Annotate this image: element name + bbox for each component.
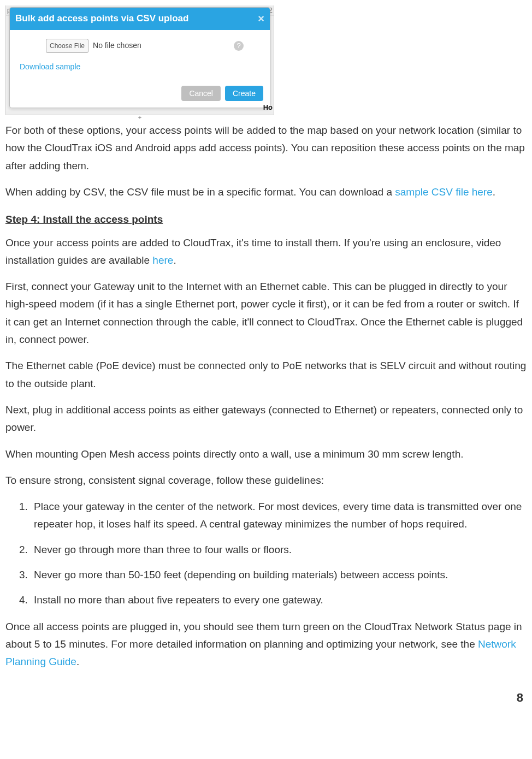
- page-number: 8: [5, 687, 527, 708]
- gateway-paragraph: First, connect your Gateway unit to the …: [5, 278, 527, 348]
- bulk-add-dialog: Bulk add access points via CSV upload × …: [9, 7, 270, 108]
- final-paragraph: Once all access points are plugged in, y…: [5, 618, 527, 671]
- guidelines-intro: To ensure strong, consistent signal cove…: [5, 472, 527, 489]
- csv-post: .: [493, 186, 495, 198]
- dialog-screenshot: p 2 Bulk add access points via CSV uploa…: [5, 5, 274, 115]
- dialog-title: Bulk add access points via CSV upload: [15, 11, 188, 27]
- cancel-button[interactable]: Cancel: [181, 86, 221, 101]
- close-icon[interactable]: ×: [258, 13, 264, 24]
- help-icon[interactable]: ?: [234, 41, 244, 51]
- step4-paragraph-1: Once your access points are added to Clo…: [5, 234, 527, 270]
- guideline-item: Never go through more than three to four…: [31, 541, 527, 559]
- create-button[interactable]: Create: [225, 86, 263, 101]
- video-guides-link[interactable]: here: [152, 254, 173, 266]
- dialog-header: Bulk add access points via CSV upload ×: [10, 8, 270, 30]
- screenshot-bg-bottom: + Ho: [6, 111, 274, 115]
- repeaters-paragraph: Next, plug in additional access points a…: [5, 401, 527, 437]
- dialog-body: Choose File No file chosen ? Download sa…: [10, 30, 270, 81]
- mounting-paragraph: When mounting Open Mesh access points di…: [5, 446, 527, 463]
- step4-text-b: .: [173, 254, 176, 266]
- final-text-b: .: [76, 656, 79, 667]
- intro-paragraph: For both of these options, your access p…: [5, 122, 527, 175]
- file-input-row: Choose File No file chosen ?: [46, 39, 260, 53]
- sample-csv-link[interactable]: sample CSV file here: [395, 186, 492, 198]
- bg-right: Ho: [263, 102, 273, 114]
- step4-heading: Step 4: Install the access points: [5, 211, 527, 228]
- step4-text-a: Once your access points are added to Clo…: [5, 237, 501, 266]
- dialog-footer: Cancel Create: [10, 81, 270, 108]
- download-sample-link[interactable]: Download sample: [20, 61, 80, 74]
- poe-paragraph: The Ethernet cable (PoE device) must be …: [5, 357, 527, 393]
- csv-paragraph: When adding by CSV, the CSV file must be…: [5, 183, 527, 201]
- choose-file-button[interactable]: Choose File: [46, 39, 88, 53]
- guideline-item: Place your gateway in the center of the …: [31, 498, 527, 533]
- final-text-a: Once all access points are plugged in, y…: [5, 621, 522, 650]
- guideline-item: Install no more than about five repeater…: [31, 591, 527, 609]
- bg-mid: +: [138, 112, 141, 123]
- guidelines-list: Place your gateway in the center of the …: [5, 498, 527, 609]
- file-status-text: No file chosen: [93, 39, 141, 52]
- guideline-item: Never go more than 50-150 feet (dependin…: [31, 566, 527, 584]
- csv-text: When adding by CSV, the CSV file must be…: [5, 186, 395, 198]
